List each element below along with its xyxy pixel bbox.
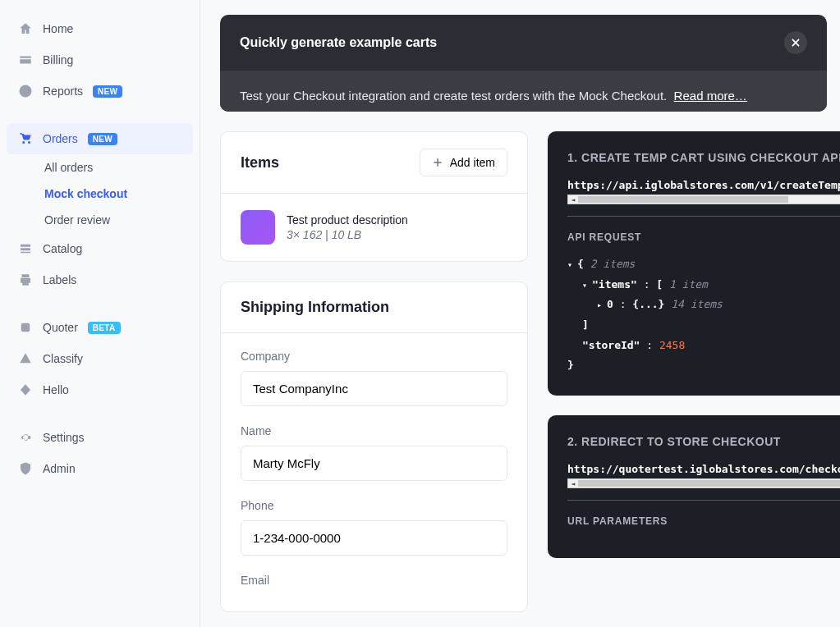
company-input[interactable]: [241, 371, 507, 406]
nav-quoter[interactable]: Quoter BETA: [7, 312, 193, 343]
name-input[interactable]: [241, 446, 507, 481]
panel-title: 1. CREATE TEMP CART USING CHECKOUT API: [567, 151, 840, 164]
shield-icon: [18, 461, 33, 476]
nav-reports[interactable]: Reports NEW: [7, 76, 193, 107]
name-label: Name: [241, 424, 507, 437]
nav-label: Hello: [43, 383, 69, 396]
horizontal-scrollbar[interactable]: ◄ ►: [567, 195, 840, 204]
plus-icon: [432, 157, 443, 168]
api-panel-create-cart: 1. CREATE TEMP CART USING CHECKOUT API h…: [548, 131, 840, 396]
nav-label: Home: [43, 22, 73, 35]
nav-admin[interactable]: Admin: [7, 453, 193, 484]
svg-rect-0: [21, 323, 30, 332]
nav-orders[interactable]: Orders NEW: [7, 123, 193, 154]
nav-label: Settings: [43, 431, 85, 444]
nav-classify[interactable]: Classify: [7, 343, 193, 374]
json-tree[interactable]: ▾{ 2 items ▾"items" : [ 1 item ▸0 : {...…: [567, 254, 840, 376]
items-title: Items: [241, 154, 279, 172]
item-name: Test product description: [287, 213, 408, 227]
nav-catalog[interactable]: Catalog: [7, 233, 193, 264]
beta-badge: BETA: [88, 322, 121, 334]
diamond-icon: [18, 382, 33, 397]
company-label: Company: [241, 350, 507, 363]
panel-title: 2. REDIRECT TO STORE CHECKOUT: [567, 435, 840, 448]
close-button[interactable]: [784, 31, 807, 54]
nav-home[interactable]: Home: [7, 13, 193, 44]
phone-input[interactable]: [241, 520, 507, 556]
nav-label: Billing: [43, 53, 73, 66]
banner-text: Test your Checkout integration and creat…: [240, 89, 667, 103]
item-meta: 3× 162 | 10 LB: [287, 228, 408, 241]
nav-labels[interactable]: Labels: [7, 264, 193, 295]
url-params-heading: URL PARAMETERS: [567, 515, 840, 527]
orders-submenu: All orders Mock checkout Order review: [7, 154, 193, 233]
horizontal-scrollbar[interactable]: ◄ ►: [567, 478, 840, 488]
home-icon: [18, 21, 33, 36]
api-panel-redirect: 2. REDIRECT TO STORE CHECKOUT https://qu…: [548, 415, 840, 558]
banner-title: Quickly generate example carts: [240, 35, 437, 50]
new-badge: NEW: [88, 133, 117, 145]
nav-label: Catalog: [43, 242, 82, 255]
nav-mock-checkout[interactable]: Mock checkout: [44, 181, 193, 207]
sidebar: Home Billing Reports NEW Orders NEW All …: [0, 0, 200, 627]
api-url: https://api.iglobalstores.com/v1/createT…: [567, 179, 840, 191]
quoter-icon: [18, 320, 33, 335]
catalog-icon: [18, 241, 33, 256]
item-row[interactable]: Test product description 3× 162 | 10 LB: [241, 210, 507, 245]
nav-label: Quoter: [43, 321, 78, 334]
items-card: Items Add item Test product description …: [220, 131, 528, 262]
gear-icon: [18, 430, 33, 445]
nav-billing[interactable]: Billing: [7, 44, 193, 76]
printer-icon: [18, 272, 33, 287]
close-icon: [790, 37, 801, 48]
shipping-card: Shipping Information Company Name Phone: [220, 281, 528, 612]
info-banner: Quickly generate example carts Test your…: [220, 15, 827, 112]
nav-label: Classify: [43, 352, 83, 365]
nav-hello[interactable]: Hello: [7, 374, 193, 405]
read-more-link[interactable]: Read more…: [674, 89, 747, 103]
email-label: Email: [241, 574, 507, 587]
nav-order-review[interactable]: Order review: [44, 207, 193, 233]
main-content: Quickly generate example carts Test your…: [200, 0, 840, 627]
api-url: https://quotertest.iglobalstores.com/che…: [567, 463, 840, 475]
shipping-title: Shipping Information: [241, 299, 389, 316]
nav-settings[interactable]: Settings: [7, 422, 193, 453]
nav-all-orders[interactable]: All orders: [44, 154, 193, 181]
cart-icon: [18, 131, 33, 146]
billing-icon: [18, 53, 33, 67]
add-item-button[interactable]: Add item: [420, 149, 507, 176]
nav-label: Admin: [43, 462, 76, 475]
api-request-heading: API REQUEST: [567, 231, 840, 243]
nav-label: Labels: [43, 273, 76, 286]
nav-label: Orders: [43, 132, 78, 145]
item-thumbnail: [241, 210, 275, 245]
nav-label: Reports: [43, 85, 83, 98]
phone-label: Phone: [241, 499, 507, 512]
reports-icon: [18, 84, 33, 98]
new-badge: NEW: [93, 85, 122, 98]
classify-icon: [18, 351, 33, 366]
